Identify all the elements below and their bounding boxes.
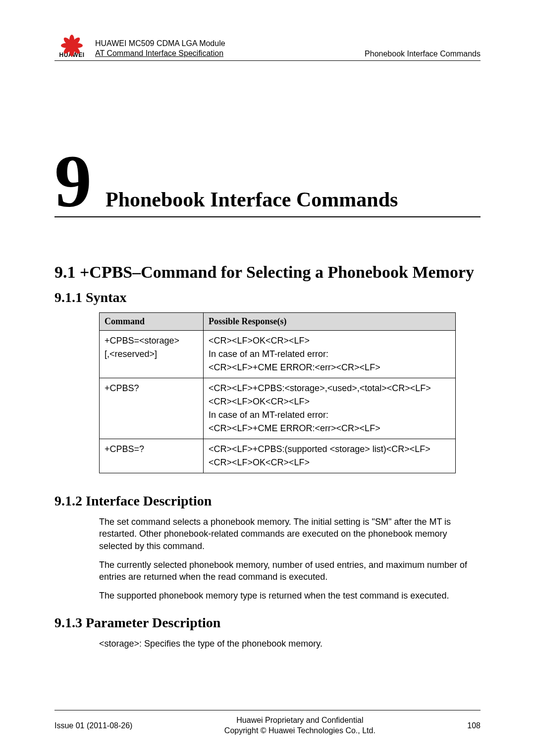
huawei-logo: HUAWEI xyxy=(54,30,89,58)
cmd-text: +CPBS=? xyxy=(105,443,198,456)
cell-response: <CR><LF>OK<CR><LF> In case of an MT-rela… xyxy=(204,331,456,378)
page: HUAWEI HUAWEI MC509 CDMA LGA Module AT C… xyxy=(0,0,535,756)
footer-page-number: 108 xyxy=(467,721,481,730)
resp-text: <CR><LF>OK<CR><LF> xyxy=(209,334,450,348)
cell-command: +CPBS=? xyxy=(100,439,204,473)
resp-text: In case of an MT-related error: xyxy=(209,348,450,361)
param-desc-p1: <storage>: Specifies the type of the pho… xyxy=(99,638,481,650)
resp-text: <CR><LF>+CPBS:(supported <storage> list)… xyxy=(209,443,450,456)
header-right: Phonebook Interface Commands xyxy=(365,50,481,58)
resp-text: <CR><LF>OK<CR><LF> xyxy=(209,395,450,408)
section-9-1-1-title: 9.1.1 Syntax xyxy=(54,290,481,305)
table-header-row: Command Possible Response(s) xyxy=(100,313,456,331)
resp-text: <CR><LF>+CME ERROR:<err><CR><LF> xyxy=(209,422,450,435)
page-header: HUAWEI HUAWEI MC509 CDMA LGA Module AT C… xyxy=(54,30,481,61)
header-line2: AT Command Interface Specification xyxy=(95,49,365,58)
footer-issue: Issue 01 (2011-08-26) xyxy=(54,721,132,730)
footer-center: Huawei Proprietary and Confidential Copy… xyxy=(132,715,467,736)
th-response: Possible Response(s) xyxy=(204,313,456,331)
cell-command: +CPBS=<storage> [,<reserved>] xyxy=(100,331,204,378)
section-9-1-title: 9.1 +CPBS–Command for Selecting a Phoneb… xyxy=(54,262,481,283)
resp-text: <CR><LF>+CPBS:<storage>,<used>,<total><C… xyxy=(209,382,450,395)
chapter-title: Phonebook Interface Commands xyxy=(106,188,398,211)
table-row: +CPBS=<storage> [,<reserved>] <CR><LF>OK… xyxy=(100,331,456,378)
interface-desc-p3: The supported phonebook memory type is r… xyxy=(99,590,481,602)
resp-text: In case of an MT-related error: xyxy=(209,408,450,422)
chapter-heading: 9 Phonebook Interface Commands xyxy=(54,150,481,217)
cell-command: +CPBS? xyxy=(100,378,204,439)
huawei-logo-icon xyxy=(59,30,85,50)
header-line1: HUAWEI MC509 CDMA LGA Module xyxy=(95,39,365,49)
table-row: +CPBS? <CR><LF>+CPBS:<storage>,<used>,<t… xyxy=(100,378,456,439)
cell-response: <CR><LF>+CPBS:<storage>,<used>,<total><C… xyxy=(204,378,456,439)
interface-desc-p2: The currently selected phonebook memory,… xyxy=(99,559,481,583)
section-9-1-2-title: 9.1.2 Interface Description xyxy=(54,493,481,509)
header-titles: HUAWEI MC509 CDMA LGA Module AT Command … xyxy=(95,39,365,58)
th-command: Command xyxy=(100,313,204,331)
footer-center-l2: Copyright © Huawei Technologies Co., Ltd… xyxy=(132,726,467,736)
resp-text: <CR><LF>+CME ERROR:<err><CR><LF> xyxy=(209,361,450,374)
resp-text: <CR><LF>OK<CR><LF> xyxy=(209,456,450,469)
page-footer: Issue 01 (2011-08-26) Huawei Proprietary… xyxy=(54,715,481,736)
footer-center-l1: Huawei Proprietary and Confidential xyxy=(132,715,467,726)
section-9-1-3-title: 9.1.3 Parameter Description xyxy=(54,615,481,631)
cmd-text: +CPBS=<storage> xyxy=(105,334,198,348)
syntax-table: Command Possible Response(s) +CPBS=<stor… xyxy=(99,312,456,473)
cmd-text: +CPBS? xyxy=(105,382,198,395)
chapter-number: 9 xyxy=(54,150,92,213)
footer-rule xyxy=(54,710,481,710)
table-row: +CPBS=? <CR><LF>+CPBS:(supported <storag… xyxy=(100,439,456,473)
cmd-text: [,<reserved>] xyxy=(105,348,198,361)
cell-response: <CR><LF>+CPBS:(supported <storage> list)… xyxy=(204,439,456,473)
interface-desc-p1: The set command selects a phonebook memo… xyxy=(99,516,481,552)
